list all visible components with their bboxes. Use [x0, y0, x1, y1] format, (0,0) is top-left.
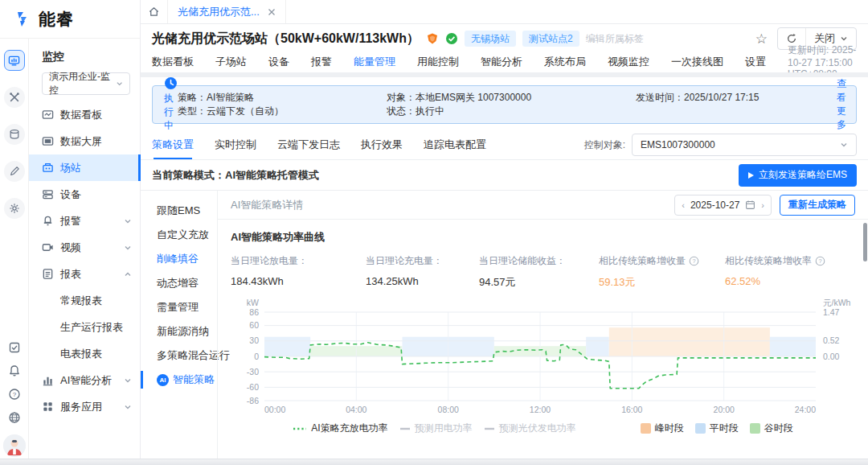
edit-tags-link[interactable]: 编辑所属标签 [586, 32, 644, 46]
sidebar-item-data-kanban[interactable]: 数据看板 [29, 101, 140, 128]
legend-flat-period[interactable]: 平时段 [695, 422, 739, 435]
strategy-item-label: 动态增容 [157, 276, 199, 290]
home-tab[interactable] [141, 0, 168, 23]
tab-video-monitor[interactable]: 视频监控 [608, 55, 649, 69]
tab-station[interactable]: 光储充用优示范... [168, 0, 286, 23]
strategy-item-dynamic-capacity[interactable]: 动态增容 [141, 271, 217, 295]
scrollbar-thumb[interactable] [863, 223, 867, 261]
banner-send-time: 发送时间：2025/10/27 17:15 [636, 91, 837, 105]
sub-tabs: 策略设置 实时控制 云端下发日志 执行效果 追踪电表配置 控制对象: EMS10… [141, 130, 868, 160]
subtab-execution-effect[interactable]: 执行效果 [361, 130, 403, 159]
tab-substation[interactable]: 子场站 [215, 55, 247, 69]
help-circle-icon[interactable]: ? [689, 256, 699, 266]
sidebar-item-data-screen[interactable]: 数据大屏 [29, 128, 140, 154]
subtab-meter-tracking-config[interactable]: 追踪电表配置 [424, 130, 486, 159]
tab-data-kanban[interactable]: 数据看板 [152, 55, 194, 69]
sidebar-item-station[interactable]: 场站 [29, 154, 140, 181]
control-target-select[interactable]: EMS1007300000 [632, 134, 857, 156]
favorite-star-icon[interactable]: ☆ [755, 31, 768, 47]
subtab-strategy-settings[interactable]: 策略设置 [152, 130, 194, 159]
strategy-item-follow-ems[interactable]: 跟随EMS [141, 199, 217, 223]
line-swatch-icon [484, 426, 495, 431]
bell-icon[interactable] [8, 364, 21, 377]
stat-label-text: 相比传统策略增收量 [599, 254, 686, 268]
sidebar-item-ai-analysis[interactable]: AI智能分析 [29, 367, 140, 393]
date-value: 2025-10-27 [690, 200, 739, 211]
help-circle-icon[interactable]: ? [8, 388, 21, 401]
strategy-item-custom-charge[interactable]: 自定义充放 [141, 223, 217, 247]
sidebar-item-label: 服务应用 [60, 400, 102, 414]
sidebar-item-device[interactable]: 设备 [29, 181, 140, 208]
sidebar-item-services[interactable]: 服务应用 [29, 393, 140, 420]
power-curve-title: AI智能策略功率曲线 [231, 230, 855, 245]
view-more-link[interactable]: 查看更多 [837, 77, 846, 132]
legend-ai-power[interactable]: AI策略充放电功率 [293, 422, 387, 435]
gear-icon[interactable] [4, 198, 25, 219]
next-day-icon[interactable]: › [761, 200, 764, 210]
mode-row: 当前策略模式： AI智能策略托管模式 立刻发送策略给EMS [141, 160, 868, 191]
org-select[interactable]: 演示用企业-监控 [42, 72, 130, 95]
strategy-item-peak-shaving[interactable]: 削峰填谷 [141, 247, 217, 271]
refresh-icon [786, 33, 797, 44]
svg-text:0.00: 0.00 [823, 352, 840, 361]
strategy-item-ai-strategy[interactable]: AI 智能策略 [141, 368, 217, 392]
station-tag[interactable]: 无锡场站 [465, 31, 516, 47]
database-icon[interactable] [4, 124, 25, 145]
legend-forecast-pv[interactable]: 预测光伏发电功率 [484, 422, 576, 435]
sidebar-item-label: 报表 [60, 267, 81, 282]
sidebar-item-regular-report[interactable]: 常规报表 [29, 287, 140, 314]
close-icon[interactable] [268, 8, 276, 16]
stat-value: 134.25kWh [366, 275, 479, 287]
legend-valley-period[interactable]: 谷时段 [750, 422, 793, 435]
tab-energy-management[interactable]: 能量管理 [354, 55, 395, 69]
main-area: 光储充用优示范... 光储充用优示范场站（50kW+60kW/113kWh） 无… [141, 0, 868, 465]
help-circle-icon[interactable]: ? [815, 256, 825, 266]
subtab-cloud-dispatch-log[interactable]: 云端下发日志 [277, 130, 340, 159]
prev-day-icon[interactable]: ‹ [682, 200, 685, 210]
report-icon [42, 268, 54, 280]
pen-icon[interactable] [4, 161, 25, 182]
legend-forecast-load[interactable]: 预测用电功率 [399, 422, 473, 435]
stat-label-text: 相比传统策略增收率 [725, 254, 812, 268]
sidebar-item-meter-report[interactable]: 电表报表 [29, 340, 140, 367]
regenerate-strategy-button[interactable]: 重新生成策略 [780, 195, 855, 216]
sidebar-item-production-report[interactable]: 生产运行报表 [29, 314, 140, 340]
svg-text:86: 86 [249, 307, 259, 317]
date-picker[interactable]: ‹ 2025-10-27 › [674, 195, 772, 216]
tab-device[interactable]: 设备 [268, 55, 289, 69]
strategy-item-multi-strategy[interactable]: 多策略混合运行 [141, 344, 217, 368]
tab-smart-analysis[interactable]: 智能分析 [481, 55, 522, 69]
tab-settings[interactable]: 设置 [745, 55, 766, 69]
task-check-icon[interactable] [8, 341, 21, 354]
sidebar-item-video[interactable]: 视频 [29, 234, 140, 261]
strategy-item-renewable-consumption[interactable]: 新能源消纳 [141, 319, 217, 344]
flat-swatch [695, 423, 706, 434]
tab-system-layout[interactable]: 系统布局 [544, 55, 586, 69]
stat-label: 当日理论放电量： [231, 254, 366, 268]
window-bottom-edge [0, 459, 868, 465]
tools-icon[interactable] [4, 87, 25, 108]
svg-text:30: 30 [249, 335, 259, 345]
user-avatar[interactable] [3, 434, 26, 457]
sidebar-item-alarm[interactable]: 报警 [29, 208, 140, 234]
monitor-dashboard-icon[interactable] [4, 50, 25, 71]
legend-peak-period[interactable]: 峰时段 [641, 422, 684, 435]
svg-text:1.47: 1.47 [823, 307, 840, 317]
tab-energy-control[interactable]: 用能控制 [417, 55, 459, 69]
strategy-item-demand-management[interactable]: 需量管理 [141, 295, 217, 319]
svg-text:?: ? [818, 257, 821, 265]
chevron-down-icon [116, 80, 123, 88]
tab-single-line-diagram[interactable]: 一次接线图 [671, 55, 723, 69]
station-tag[interactable]: 测试站点2 [522, 31, 579, 47]
subtab-realtime-control[interactable]: 实时控制 [215, 130, 256, 159]
page-header: 光储充用优示范场站（50kW+60kW/113kWh） 无锡场站 测试站点2 编… [141, 24, 868, 72]
banner-status-label: 执行中 [164, 92, 178, 133]
send-strategy-button[interactable]: 立刻发送策略给EMS [739, 164, 857, 187]
tab-alarm[interactable]: 报警 [311, 55, 332, 69]
dotted-line-swatch-icon [293, 426, 307, 431]
sidebar-item-report[interactable]: 报表 [29, 261, 140, 287]
svg-text:kW: kW [247, 298, 259, 307]
globe-icon[interactable] [8, 411, 21, 424]
strategy-stats: 当日理论放电量： 184.43kWh 当日理论充电量： 134.25kWh 当日… [231, 254, 855, 290]
svg-text:16:00: 16:00 [621, 405, 642, 414]
